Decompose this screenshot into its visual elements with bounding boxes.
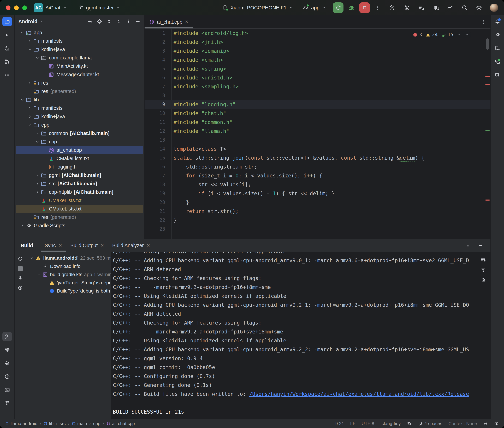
close-tab-icon[interactable]: ✕ [146,243,150,248]
tree-item-cpp-httplib[interactable]: cpp-httplib[AiChat.lib.main] [16,188,143,196]
resync-icon[interactable] [17,256,23,262]
tree-item-ggml[interactable]: ggml[AiChat.lib.main] [16,171,143,180]
prev-problem-icon[interactable] [457,33,461,37]
build-panel-options-icon[interactable] [465,243,470,248]
app-quality-insights-button[interactable] [2,345,12,355]
stop-button[interactable] [359,2,370,13]
tree-item-kotlin-java[interactable]: kotlin+java [16,45,143,54]
console-line-link[interactable]: C/C++: -- Build files have been written … [113,390,476,399]
problems-tool-button[interactable] [2,372,12,381]
build-tab-build-output[interactable]: Build Output✕ [66,239,108,252]
build-tree-item[interactable]: Download info [26,262,111,271]
zoom-window-button[interactable] [22,6,27,10]
tree-item-cpp[interactable]: cpp [16,121,143,129]
breadcrumb-main[interactable]: main [72,421,87,426]
code-line-3[interactable]: 3#include <iomanip> [145,47,490,56]
close-tab-icon[interactable]: ✕ [185,19,188,25]
code-line-22[interactable]: 22} [145,216,490,225]
chevron-down-icon[interactable] [39,19,43,24]
commit-tool-button[interactable] [2,30,12,40]
build-tab-build-analyzer[interactable]: Build Analyzer✕ [108,239,154,252]
logcat-tool-button[interactable] [2,358,12,368]
code-line-19[interactable]: 19 if (i < values.size() - 1) { str << d… [145,189,490,198]
code-line-12[interactable]: 12#include "llama.h" [145,127,490,136]
indent-widget[interactable]: 4 spaces [418,421,442,426]
tree-item-lib[interactable]: lib [16,96,143,104]
tree-item-com-example-llama[interactable]: com.example.llama [16,54,143,62]
error-stripe-mark[interactable] [485,84,490,85]
filter-eye-icon[interactable] [17,285,23,291]
gemini-chat-button[interactable] [493,70,502,80]
scroll-to-end-icon[interactable] [480,267,486,273]
clear-console-icon[interactable] [480,277,486,283]
pull-requests-tool-button[interactable] [2,57,12,66]
code-line-11[interactable]: 11#include "common.h" [145,118,490,127]
gradle-tool-button[interactable] [493,30,502,40]
version-control-tool-button[interactable] [2,399,12,408]
code-line-17[interactable]: 17 for (size_t i = 0; i < values.size();… [145,171,490,180]
tree-item-gradle-scripts[interactable]: Gradle Scripts [16,222,143,230]
build-tree-item[interactable]: build.gradle.ktsapp 1 warning [26,271,111,279]
close-tab-icon[interactable]: ✕ [59,243,62,248]
tree-item-cmakelists-txt[interactable]: CMakeLists.txt [16,196,143,205]
build-tool-button[interactable] [2,332,12,341]
project-view-selector[interactable]: Android [18,19,37,24]
next-problem-icon[interactable] [465,33,469,37]
user-avatar[interactable] [490,4,498,12]
breadcrumb-src[interactable]: src [60,421,66,426]
tree-item-res[interactable]: res [16,79,143,87]
code-area[interactable]: 1#include <android/log.h>2#include <jni.… [145,29,490,239]
code-line-21[interactable]: 21 return str.str(); [145,207,490,216]
editor-options-icon[interactable] [481,19,486,25]
tree-item-messageadapter-kt[interactable]: MessageAdapter.kt [16,70,143,79]
build-console[interactable]: C/C++: -- Using KleidiAI optimized kerne… [111,252,476,419]
structure-tool-button[interactable] [2,43,12,53]
breadcrumb-ai-chat-cpp[interactable]: ai_chat.cpp [106,421,135,426]
terminal-tool-button[interactable] [2,385,12,395]
code-line-5[interactable]: 5#include <string> [145,64,490,73]
unlock-icon[interactable] [483,421,488,426]
tree-item-res[interactable]: res(generated) [16,87,143,96]
debug-button[interactable] [348,4,355,11]
editor-tab-active[interactable]: ai_chat.cpp ✕ [145,16,193,28]
breadcrumb-cpp[interactable]: cpp [93,421,100,426]
minimize-build-panel-icon[interactable] [478,243,483,248]
code-line-18[interactable]: 18 str << values[i]; [145,180,490,189]
tree-item-manifests[interactable]: manifests [16,104,143,112]
hide-panel-icon[interactable] [135,19,140,24]
tree-item-mainactivity-kt[interactable]: MainActivity.kt [16,62,143,70]
tree-item-cmakelists-txt[interactable]: CMakeLists.txt [16,205,143,213]
more-tools-button[interactable] [2,70,12,80]
build-tree-item[interactable]: BuildType 'debug' is both de [26,287,111,295]
error-stripe-mark[interactable] [485,76,490,77]
code-line-7[interactable]: 7#include <sampling.h> [145,82,490,91]
tree-item-kotlin-java[interactable]: kotlin+java [16,112,143,121]
running-devices-button[interactable] [493,57,502,66]
build-tree-item[interactable]: llama.android: fi22 sec, 583 ms [26,254,111,262]
error-stripe-mark[interactable] [485,199,490,201]
breadcrumb-llama-android[interactable]: llama.android [5,421,37,426]
code-line-8[interactable]: 8 [145,91,490,100]
build-project-icon[interactable] [389,4,396,11]
rerun-button[interactable] [333,2,343,13]
line-ending[interactable]: LF [350,421,355,426]
panel-options-icon[interactable] [126,19,131,24]
tree-item-manifests[interactable]: manifests [16,37,143,45]
search-everywhere-icon[interactable] [461,4,468,11]
tree-item-cpp[interactable]: cpp [16,138,143,146]
context-widget[interactable]: Context: None [448,421,477,426]
attach-debugger-icon[interactable] [432,4,439,11]
inspections-widget[interactable]: 3 24 15 [411,31,470,38]
profiler-icon[interactable] [447,4,453,11]
tree-item-src[interactable]: src[AiChat.lib.main] [16,180,143,188]
stop-sync-icon[interactable] [18,266,23,271]
more-run-options-icon[interactable] [374,5,380,11]
tree-item-ai-chat-cpp[interactable]: ai_chat.cpp [16,146,143,154]
tree-item-app[interactable]: app [16,28,143,37]
code-line-20[interactable]: 20 } [145,198,490,207]
code-line-10[interactable]: 10#include "chat.h" [145,109,490,118]
encoding[interactable]: UTF-8 [362,421,374,426]
collapse-all-icon[interactable] [116,19,121,24]
tree-item-logging-h[interactable]: logging.h [16,163,143,171]
apply-code-changes-icon[interactable] [418,4,425,11]
